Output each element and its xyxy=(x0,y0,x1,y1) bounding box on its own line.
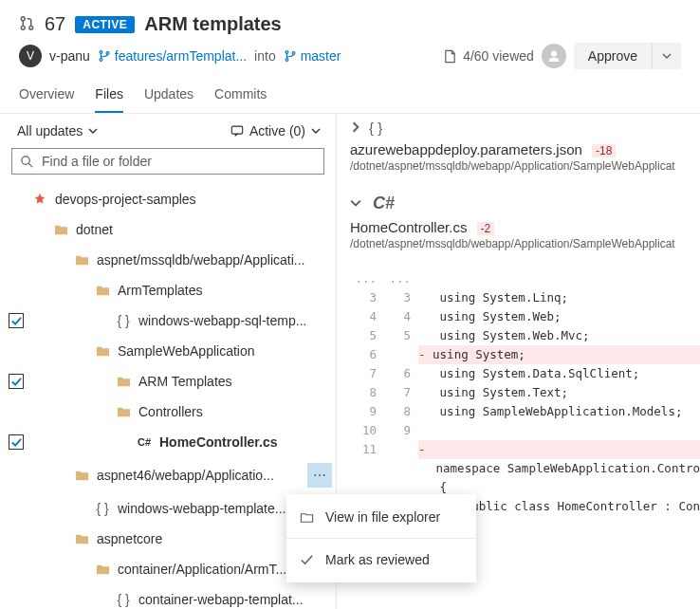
person-icon xyxy=(546,48,562,64)
comment-icon xyxy=(230,124,244,138)
source-branch-label: features/armTemplat... xyxy=(115,48,247,64)
tabs: Overview Files Updates Commits xyxy=(0,79,700,114)
line-delta: -18 xyxy=(592,144,616,157)
folder-icon xyxy=(95,563,110,577)
svg-point-0 xyxy=(21,16,25,20)
json-icon: { } xyxy=(95,501,110,516)
folder-icon xyxy=(74,469,89,483)
svg-point-9 xyxy=(551,51,557,57)
approve-dropdown[interactable] xyxy=(652,43,681,69)
file-tree: devops-project-samples dotnet aspnet/mss… xyxy=(0,184,336,609)
folder-open-icon xyxy=(300,510,314,525)
menu-mark-reviewed[interactable]: Mark as reviewed xyxy=(286,541,476,579)
folder-icon xyxy=(53,223,68,237)
separator xyxy=(286,538,476,539)
pull-request-icon xyxy=(19,15,35,34)
source-branch[interactable]: features/armTemplat... xyxy=(98,48,247,64)
diff-view: ...... 33 using System.Linq; 44 using Sy… xyxy=(350,269,700,516)
context-menu: View in file explorer Mark as reviewed xyxy=(286,494,476,582)
json-icon: { } xyxy=(116,592,131,607)
collapse-icon[interactable] xyxy=(350,196,361,212)
chevron-down-icon xyxy=(662,51,672,61)
tree-repo-root[interactable]: devops-project-samples xyxy=(0,184,332,214)
tree-file[interactable]: { } windows-webapp-template.... xyxy=(0,493,332,524)
tree-folder[interactable]: Controllers xyxy=(0,397,332,427)
svg-point-6 xyxy=(286,51,288,54)
json-icon: { } xyxy=(369,120,382,136)
tree-folder[interactable]: dotnet xyxy=(0,214,332,245)
svg-point-11 xyxy=(22,156,29,163)
tree-file[interactable]: { } container-webapp-templat... xyxy=(0,584,332,609)
tree-folder[interactable]: ARM Templates xyxy=(0,366,332,397)
folder-icon xyxy=(116,375,131,389)
tree-folder[interactable]: aspnet/mssqldb/webapp/Applicati... xyxy=(0,245,332,275)
viewed-count: 4/60 viewed xyxy=(443,48,534,64)
reviewed-checkbox[interactable] xyxy=(9,434,24,450)
file-path: /dotnet/aspnet/mssqldb/webapp/Applicatio… xyxy=(350,237,700,250)
folder-icon xyxy=(74,532,89,546)
svg-point-4 xyxy=(100,59,102,62)
tree-folder[interactable]: container/Application/ArmT... xyxy=(0,554,332,584)
pr-title: ARM templates xyxy=(144,13,281,35)
svg-point-2 xyxy=(29,26,33,29)
json-icon: { } xyxy=(116,313,131,328)
search-input[interactable] xyxy=(11,148,324,175)
svg-point-5 xyxy=(106,52,109,55)
reviewed-checkbox[interactable] xyxy=(9,313,24,328)
status-badge: ACTIVE xyxy=(75,16,135,33)
author-name: v-panu xyxy=(49,48,90,64)
file-name[interactable]: azurewebappdeploy.parameters.json xyxy=(350,141,582,157)
folder-icon xyxy=(74,253,89,268)
tree-folder[interactable]: aspnetcore xyxy=(0,524,332,554)
updates-dropdown[interactable]: All updates xyxy=(17,123,98,138)
csharp-icon: C# xyxy=(137,436,152,448)
tree-folder[interactable]: aspnet46/webapp/Applicatio... ⋯ xyxy=(0,457,332,493)
file-block: C# HomeController.cs -2 /dotnet/aspnet/m… xyxy=(350,194,700,516)
reviewed-checkbox[interactable] xyxy=(9,374,24,389)
repo-icon xyxy=(32,193,47,206)
chevron-down-icon xyxy=(311,126,321,136)
branch-icon xyxy=(284,49,297,63)
check-icon xyxy=(300,553,314,567)
svg-rect-10 xyxy=(231,126,242,134)
target-branch-label: master xyxy=(301,48,341,64)
tab-files[interactable]: Files xyxy=(95,79,123,113)
approve-button[interactable]: Approve xyxy=(574,43,652,69)
svg-point-7 xyxy=(286,59,288,62)
file-name[interactable]: HomeController.cs xyxy=(350,219,467,235)
folder-icon xyxy=(116,405,131,419)
chevron-down-icon xyxy=(88,126,98,136)
tab-overview[interactable]: Overview xyxy=(19,79,74,113)
expand-icon[interactable] xyxy=(350,120,361,136)
tab-commits[interactable]: Commits xyxy=(214,79,267,113)
comment-filter-dropdown[interactable]: Active (0) xyxy=(230,123,321,138)
search-icon xyxy=(20,155,34,169)
line-delta: -2 xyxy=(477,222,495,235)
tree-file[interactable]: { } windows-webapp-sql-temp... xyxy=(0,305,332,336)
svg-point-3 xyxy=(100,51,102,54)
csharp-icon: C# xyxy=(373,194,395,213)
folder-icon xyxy=(95,344,110,359)
pr-number: 67 xyxy=(45,13,65,35)
svg-point-8 xyxy=(292,52,295,55)
tree-folder[interactable]: ArmTemplates xyxy=(0,275,332,305)
tree-file[interactable]: C# HomeController.cs xyxy=(0,427,332,457)
svg-point-1 xyxy=(21,26,25,29)
branch-icon xyxy=(98,49,111,63)
menu-view-in-explorer[interactable]: View in file explorer xyxy=(286,498,476,536)
file-path: /dotnet/aspnet/mssqldb/webapp/Applicatio… xyxy=(350,159,700,173)
into-label: into xyxy=(254,48,276,64)
tree-folder[interactable]: SampleWebApplication xyxy=(0,336,332,366)
reviewer-avatar[interactable] xyxy=(542,44,566,68)
file-icon xyxy=(443,49,457,64)
file-block: { } azurewebappdeploy.parameters.json -1… xyxy=(350,120,700,173)
target-branch[interactable]: master xyxy=(284,48,341,64)
tab-updates[interactable]: Updates xyxy=(144,79,193,113)
folder-icon xyxy=(95,284,110,298)
more-button[interactable]: ⋯ xyxy=(307,463,332,488)
author-avatar: V xyxy=(19,45,42,67)
